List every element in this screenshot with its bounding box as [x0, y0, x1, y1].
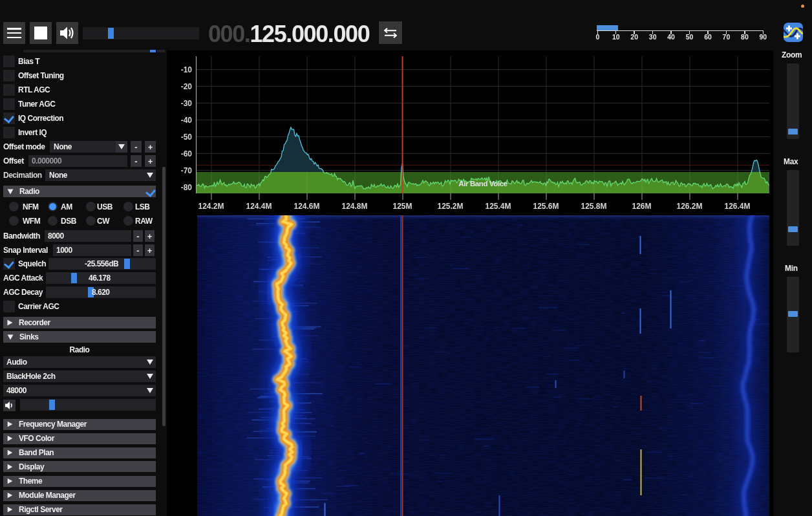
svg-text:124.2M: 124.2M	[198, 202, 224, 211]
svg-text:-80: -80	[181, 183, 193, 192]
svg-text:125M: 125M	[392, 202, 412, 211]
svg-text:-50: -50	[181, 133, 193, 142]
svg-text:-40: -40	[181, 116, 193, 125]
svg-text:125.4M: 125.4M	[485, 202, 511, 211]
svg-text:125.8M: 125.8M	[581, 202, 606, 211]
svg-text:126.4M: 126.4M	[724, 202, 750, 211]
svg-text:124.4M: 124.4M	[246, 202, 272, 211]
svg-text:125.2M: 125.2M	[437, 202, 463, 211]
svg-text:125.6M: 125.6M	[533, 202, 559, 211]
svg-text:126M: 126M	[632, 202, 651, 211]
svg-text:Air Band Voice: Air Band Voice	[458, 180, 507, 188]
svg-text:-30: -30	[181, 99, 193, 108]
svg-text:-70: -70	[181, 166, 193, 175]
svg-text:-10: -10	[181, 65, 193, 74]
svg-text:-60: -60	[181, 149, 193, 158]
svg-text:124.6M: 124.6M	[294, 202, 319, 211]
svg-text:124.8M: 124.8M	[341, 202, 367, 211]
svg-text:126.2M: 126.2M	[676, 202, 702, 211]
svg-text:-20: -20	[181, 82, 193, 91]
